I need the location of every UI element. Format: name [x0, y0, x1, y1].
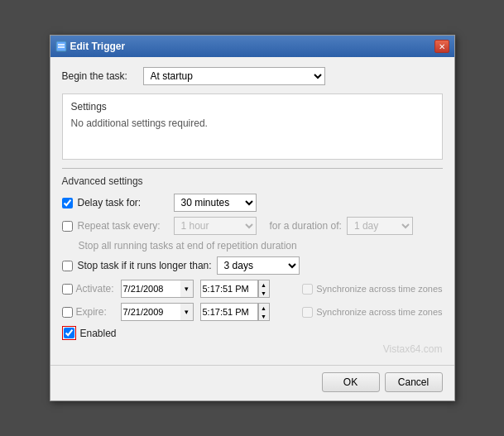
dialog-footer: OK Cancel [50, 365, 454, 400]
enabled-checkbox-wrap [62, 326, 76, 340]
title-bar-left: Edit Trigger [55, 41, 126, 52]
watermark: Vistax64.com [62, 343, 443, 355]
activate-time-group: ▲ ▼ [200, 280, 270, 298]
expire-date-group: ▾ [121, 303, 194, 321]
expire-checkbox[interactable] [62, 307, 73, 318]
repeat-checkbox[interactable] [62, 221, 73, 232]
activate-time-spinner[interactable]: ▲ ▼ [258, 280, 270, 298]
delay-row: Delay task for: 30 minutes [62, 194, 443, 212]
activate-label: Activate: [76, 283, 118, 295]
expire-sync-checkbox[interactable] [302, 307, 313, 318]
begin-select[interactable]: At startup [143, 67, 325, 85]
cancel-button[interactable]: Cancel [385, 372, 443, 392]
expire-sync-label: Synchronize across time zones [316, 307, 442, 317]
activate-time-down[interactable]: ▼ [259, 289, 269, 297]
for-duration-label: for a duration of: [270, 220, 342, 232]
activate-cal-button[interactable]: ▾ [180, 280, 194, 298]
close-button[interactable]: ✕ [434, 40, 449, 53]
expire-sync-group: Synchronize across time zones [302, 307, 442, 318]
expire-row: Expire: ▾ ▲ ▼ Synchronize across time zo… [62, 303, 443, 321]
delay-select[interactable]: 30 minutes [174, 194, 257, 212]
stop-longer-row: Stop task if it runs longer than: 3 days [62, 256, 443, 275]
begin-label: Begin the task: [62, 70, 137, 82]
title-bar: Edit Trigger ✕ [50, 36, 454, 57]
stop-running-row: Stop all running tasks at end of repetit… [79, 240, 443, 252]
edit-trigger-window: Edit Trigger ✕ Begin the task: At startu… [50, 35, 455, 401]
dialog-content: Begin the task: At startup Settings No a… [50, 57, 454, 365]
stop-longer-label: Stop task if it runs longer than: [78, 260, 212, 271]
window-icon [55, 41, 67, 52]
settings-text: No additional settings required. [71, 117, 434, 129]
window-title: Edit Trigger [70, 41, 126, 52]
advanced-section: Advanced settings Delay task for: 30 min… [62, 168, 443, 340]
repeat-row: Repeat task every: 1 hour for a duration… [62, 217, 443, 235]
repeat-select[interactable]: 1 hour [174, 217, 257, 235]
expire-time-group: ▲ ▼ [200, 303, 270, 321]
enabled-checkbox[interactable] [64, 328, 74, 338]
begin-row: Begin the task: At startup [62, 67, 443, 85]
advanced-title: Advanced settings [62, 175, 443, 187]
delay-label: Delay task for: [78, 197, 169, 208]
activate-sync-group: Synchronize across time zones [302, 284, 442, 295]
stop-running-label: Stop all running tasks at end of repetit… [79, 240, 297, 252]
duration-select[interactable]: 1 day [347, 217, 413, 235]
activate-sync-checkbox[interactable] [302, 284, 313, 295]
svg-rect-0 [56, 41, 66, 51]
expire-cal-button[interactable]: ▾ [180, 303, 194, 321]
expire-time-up[interactable]: ▲ [259, 304, 269, 312]
title-bar-buttons: ✕ [434, 40, 449, 53]
expire-time-input[interactable] [200, 303, 258, 321]
activate-time-input[interactable] [200, 280, 258, 298]
enabled-label: Enabled [80, 328, 117, 339]
enabled-row: Enabled [62, 326, 443, 340]
expire-label: Expire: [76, 306, 118, 318]
delay-checkbox[interactable] [62, 198, 73, 208]
repeat-label: Repeat task every: [78, 220, 169, 232]
for-duration-group: for a duration of: 1 day [270, 217, 413, 235]
activate-date-group: ▾ [121, 280, 194, 298]
ok-button[interactable]: OK [322, 372, 380, 392]
expire-time-spinner[interactable]: ▲ ▼ [258, 303, 270, 321]
stop-longer-checkbox[interactable] [62, 261, 73, 271]
activate-date-input[interactable] [121, 280, 180, 298]
activate-time-up[interactable]: ▲ [259, 280, 269, 289]
settings-box: Settings No additional settings required… [62, 93, 443, 160]
activate-row: Activate: ▾ ▲ ▼ Synchronize across time … [62, 280, 443, 298]
expire-date-input[interactable] [121, 303, 180, 321]
activate-sync-label: Synchronize across time zones [316, 284, 442, 294]
stop-longer-select[interactable]: 3 days [217, 256, 300, 275]
activate-checkbox[interactable] [62, 284, 73, 295]
settings-title: Settings [71, 101, 434, 113]
expire-time-down[interactable]: ▼ [259, 312, 269, 320]
